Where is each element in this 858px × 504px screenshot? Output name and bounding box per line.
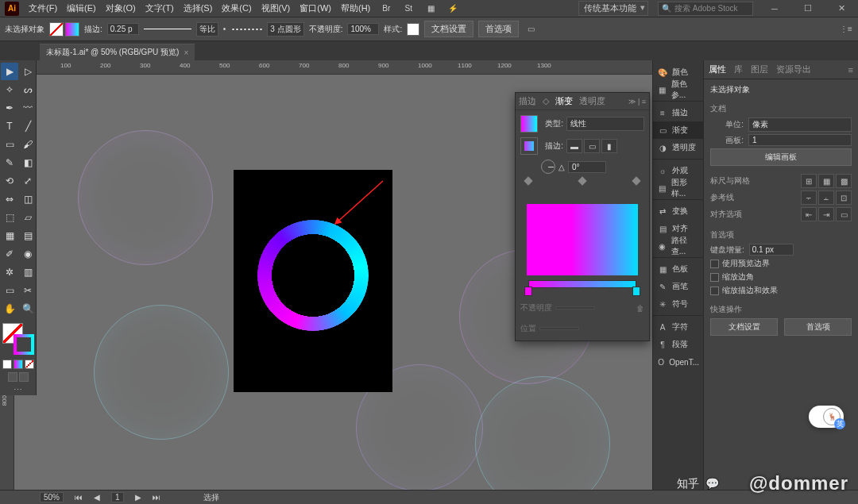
- dock-item[interactable]: ⇄变换: [653, 202, 703, 220]
- grid-icon[interactable]: ▦: [818, 174, 834, 188]
- guides-lock-icon[interactable]: ⫠: [818, 190, 834, 205]
- close-button[interactable]: ✕: [829, 2, 853, 16]
- panel-menu-icon[interactable]: ≡: [848, 65, 853, 75]
- dock-item[interactable]: ≡描边: [653, 104, 703, 121]
- fill-stroke-control[interactable]: [2, 323, 34, 355]
- gradient-ramp-preview[interactable]: [527, 204, 638, 275]
- type-tool-icon[interactable]: T: [1, 117, 18, 135]
- dock-item[interactable]: A字符: [653, 318, 703, 336]
- menu-view[interactable]: 视图(V): [261, 2, 291, 14]
- stroke-weight-input[interactable]: [107, 23, 139, 35]
- stroke-swatch-icon[interactable]: [65, 22, 79, 37]
- gradient-tab-transparency[interactable]: 透明度: [579, 95, 605, 107]
- artboard-select[interactable]: 1: [748, 134, 852, 146]
- zoom-select[interactable]: 50%: [40, 492, 64, 502]
- stroke-indicator-icon[interactable]: [14, 334, 34, 355]
- screen-mode-full-icon[interactable]: [19, 372, 29, 382]
- gradient-panel[interactable]: 描边 ◇ 渐变 透明度 ≫ | ≡ 类型: 线性 描边: ▬ ▭ ▮ △ 0°: [515, 92, 650, 341]
- artboard-nav-prev-icon[interactable]: ⏮: [75, 493, 83, 502]
- dock-item[interactable]: ✳符号: [653, 295, 703, 313]
- graph-tool-icon[interactable]: ▥: [19, 264, 37, 281]
- gradient-stop[interactable]: [632, 287, 640, 296]
- close-tab-icon[interactable]: ×: [184, 48, 188, 57]
- dock-item[interactable]: ▤图形样...: [653, 179, 703, 197]
- key-increment-input[interactable]: [749, 244, 794, 256]
- arrange-docs-icon[interactable]: ▦: [424, 2, 437, 15]
- rectangle-tool-icon[interactable]: ▭: [1, 136, 18, 153]
- guides-smart-icon[interactable]: ⊡: [836, 190, 852, 205]
- gradient-midpoint-icon[interactable]: [578, 176, 586, 185]
- edit-toolbar-icon[interactable]: ⋯: [0, 385, 36, 395]
- align-artboard-icon[interactable]: ▭: [524, 22, 538, 37]
- quick-doc-setup-button[interactable]: 文档设置: [710, 318, 778, 336]
- menu-edit[interactable]: 编辑(E): [67, 2, 96, 14]
- controlbar-menu-icon[interactable]: ⋮≡: [839, 22, 853, 37]
- selection-tool-icon[interactable]: ▶: [1, 63, 18, 80]
- mesh-tool-icon[interactable]: ▦: [1, 227, 18, 244]
- gradient-mode-icon[interactable]: [14, 360, 23, 369]
- gradient-tab-gradient[interactable]: 渐变: [555, 95, 573, 107]
- align-selection-icon[interactable]: ⇤: [801, 207, 817, 221]
- eyedropper-tool-icon[interactable]: ✐: [1, 245, 18, 263]
- pen-tool-icon[interactable]: ✒: [1, 99, 18, 117]
- stroke-apply-within-icon[interactable]: ▬: [566, 139, 582, 153]
- lasso-tool-icon[interactable]: ᔕ: [19, 81, 37, 98]
- angle-dial-icon[interactable]: [541, 160, 555, 174]
- preferences-button[interactable]: 首选项: [478, 21, 519, 37]
- fill-stroke-swatches[interactable]: [49, 22, 79, 37]
- hand-tool-icon[interactable]: ✋: [1, 300, 18, 317]
- gradient-stroke-swatch-icon[interactable]: [520, 137, 538, 155]
- gradient-preview-swatch-icon[interactable]: [520, 115, 538, 133]
- line-tool-icon[interactable]: ╱: [19, 117, 37, 135]
- blend-tool-icon[interactable]: ◉: [19, 245, 37, 263]
- stroke-apply-across-icon[interactable]: ▮: [601, 139, 617, 153]
- dock-item[interactable]: ▭渐变: [653, 121, 703, 139]
- tab-properties[interactable]: 属性: [709, 63, 726, 75]
- artboard-nav-fwd-icon[interactable]: ▶: [135, 493, 141, 502]
- menu-select[interactable]: 选择(S): [184, 2, 213, 14]
- checkbox-scale-corners[interactable]: 缩放边角: [710, 271, 852, 283]
- stroke-profile-select[interactable]: 等比: [196, 22, 218, 37]
- menu-type[interactable]: 文字(T): [145, 2, 174, 14]
- menu-effect[interactable]: 效果(C): [222, 2, 251, 14]
- gradient-stop[interactable]: [524, 287, 532, 296]
- menu-help[interactable]: 帮助(H): [341, 2, 370, 14]
- delete-stop-icon[interactable]: 🗑: [636, 304, 644, 313]
- dock-item[interactable]: ▦颜色参...: [653, 81, 703, 98]
- search-input[interactable]: 🔍搜索 Adobe Stock: [658, 2, 753, 16]
- snap-icon[interactable]: ▩: [836, 174, 852, 188]
- artboard-tool-icon[interactable]: ▭: [1, 282, 18, 299]
- ime-indicator[interactable]: 🦌 英: [809, 406, 844, 428]
- dock-item[interactable]: ▦色板: [653, 260, 703, 278]
- gradient-tool-icon[interactable]: ▤: [19, 227, 37, 244]
- tab-layers[interactable]: 图层: [751, 63, 768, 75]
- style-swatch-icon[interactable]: [407, 23, 419, 36]
- ruler-horizontal[interactable]: 0 100 200 300 400 500 600 700 800 900 10…: [14, 60, 652, 75]
- document-setup-button[interactable]: 文档设置: [424, 21, 473, 37]
- tab-asset-export[interactable]: 资源导出: [776, 63, 811, 75]
- scale-tool-icon[interactable]: ⤢: [19, 172, 37, 190]
- none-mode-icon[interactable]: [25, 360, 34, 369]
- eraser-tool-icon[interactable]: ◧: [19, 154, 37, 171]
- brush-select[interactable]: 3 点圆形: [267, 22, 303, 37]
- gradient-type-select[interactable]: 线性: [566, 117, 644, 131]
- document-tab[interactable]: 未标题-1.ai* @ 50% (RGB/GPU 预览) ×: [40, 44, 195, 60]
- stroke-profile-preview-icon[interactable]: [144, 29, 191, 29]
- align-artboard-icon[interactable]: ▭: [836, 207, 852, 221]
- rotate-tool-icon[interactable]: ⟲: [1, 172, 18, 190]
- slice-tool-icon[interactable]: ✂: [19, 282, 37, 299]
- dock-item[interactable]: ◉路径查...: [653, 237, 703, 255]
- shaper-tool-icon[interactable]: ✎: [1, 154, 18, 171]
- units-select[interactable]: 像素: [748, 117, 852, 132]
- dock-item[interactable]: OOpenT...: [653, 353, 703, 371]
- shape-builder-tool-icon[interactable]: ⬚: [1, 209, 18, 226]
- minimize-button[interactable]: ─: [763, 2, 786, 16]
- dock-item[interactable]: ¶段落: [653, 336, 703, 353]
- curvature-tool-icon[interactable]: 〰: [19, 99, 37, 117]
- color-mode-icon[interactable]: [2, 360, 12, 369]
- align-key-icon[interactable]: ⇥: [818, 207, 834, 221]
- checkbox-preview-bounds[interactable]: 使用预览边界: [710, 258, 852, 269]
- workspace-switcher[interactable]: 传统基本功能: [578, 1, 648, 16]
- dock-item[interactable]: ◑透明度: [653, 139, 703, 156]
- bridge-icon[interactable]: Br: [380, 2, 392, 15]
